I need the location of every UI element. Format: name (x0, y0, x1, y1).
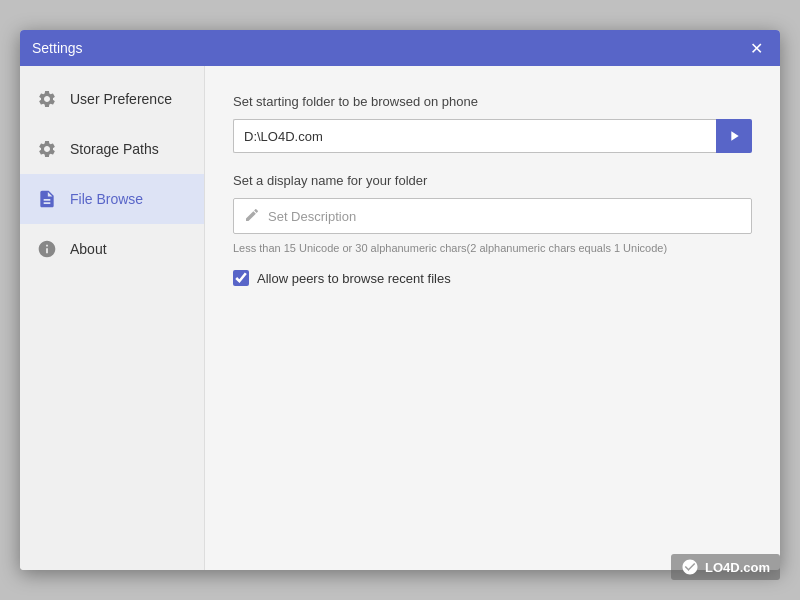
window-title: Settings (32, 40, 83, 56)
edit-icon (244, 207, 260, 226)
info-icon (36, 238, 58, 260)
path-row (233, 119, 752, 153)
allow-peers-checkbox[interactable] (233, 270, 249, 286)
document-icon (36, 188, 58, 210)
desc-placeholder-text: Set Description (268, 209, 356, 224)
sidebar-item-about[interactable]: About (20, 224, 204, 274)
sidebar: User Preference Storage Paths File Brows… (20, 66, 205, 570)
sidebar-item-storage-paths[interactable]: Storage Paths (20, 124, 204, 174)
main-panel: Set starting folder to be browsed on pho… (205, 66, 780, 570)
watermark-text: LO4D.com (705, 560, 770, 575)
close-button[interactable]: ✕ (744, 36, 768, 60)
desc-section-label: Set a display name for your folder (233, 173, 752, 188)
gear-icon (36, 88, 58, 110)
storage-gear-icon (36, 138, 58, 160)
sidebar-item-storage-paths-label: Storage Paths (70, 141, 159, 157)
path-section-label: Set starting folder to be browsed on pho… (233, 94, 752, 109)
arrow-right-icon (726, 128, 742, 144)
path-input[interactable] (233, 119, 716, 153)
hint-text: Less than 15 Unicode or 30 alphanumeric … (233, 242, 752, 254)
sidebar-item-file-browse[interactable]: File Browse (20, 174, 204, 224)
sidebar-item-file-browse-label: File Browse (70, 191, 143, 207)
description-row: Set Description (233, 198, 752, 234)
titlebar: Settings ✕ (20, 30, 780, 66)
watermark: LO4D.com (671, 554, 780, 580)
browse-button[interactable] (716, 119, 752, 153)
allow-peers-label[interactable]: Allow peers to browse recent files (257, 271, 451, 286)
sidebar-item-user-preference[interactable]: User Preference (20, 74, 204, 124)
checkbox-row: Allow peers to browse recent files (233, 270, 752, 286)
main-content: User Preference Storage Paths File Brows… (20, 66, 780, 570)
sidebar-item-about-label: About (70, 241, 107, 257)
settings-window: Settings ✕ User Preference Storage (20, 30, 780, 570)
watermark-icon (681, 558, 699, 576)
sidebar-item-user-preference-label: User Preference (70, 91, 172, 107)
